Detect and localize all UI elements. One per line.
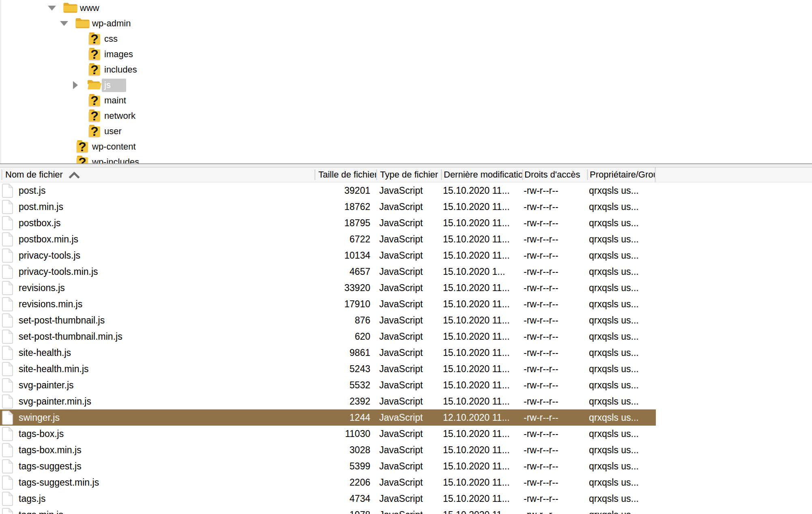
file-type: JavaScript — [376, 445, 441, 456]
column-header-permissions[interactable]: Droits d'accès — [522, 167, 587, 182]
file-permissions: -rw-r--r-- — [522, 331, 587, 342]
folder-unknown-icon: ? — [77, 157, 88, 164]
document-icon — [2, 264, 14, 279]
file-permissions: -rw-r--r-- — [522, 445, 587, 456]
file-name: postbox.min.js — [19, 234, 78, 245]
file-row[interactable]: site-health.min.js 5243 JavaScript 15.10… — [0, 361, 656, 377]
file-modified: 15.10.2020 11... — [441, 218, 522, 229]
file-owner: qrxqsls us... — [587, 412, 656, 423]
file-owner: qrxqsls us... — [587, 201, 656, 212]
file-row[interactable]: set-post-thumbnail.min.js 620 JavaScript… — [0, 328, 656, 345]
file-row[interactable]: revisions.min.js 17910 JavaScript 15.10.… — [0, 296, 656, 312]
file-row[interactable]: tags.min.js 1978 JavaScript 15.10.2020 1… — [0, 507, 656, 514]
file-row[interactable]: revisions.js 33920 JavaScript 15.10.2020… — [0, 280, 656, 296]
tree-item-www[interactable]: www — [1, 0, 812, 16]
expand-arrow-down-icon[interactable] — [60, 21, 68, 26]
file-name: privacy-tools.min.js — [19, 266, 98, 277]
file-row[interactable]: tags-box.js 11030 JavaScript 15.10.2020 … — [0, 426, 656, 442]
file-row[interactable]: postbox.js 18795 JavaScript 15.10.2020 1… — [0, 215, 656, 231]
file-row[interactable]: tags-suggest.js 5399 JavaScript 15.10.20… — [0, 458, 656, 474]
file-modified: 15.10.2020 11... — [441, 510, 522, 514]
file-modified: 15.10.2020 11... — [441, 396, 522, 407]
file-size: 5532 — [314, 380, 376, 391]
file-row[interactable]: post.min.js 18762 JavaScript 15.10.2020 … — [0, 199, 656, 215]
folder-unknown-icon: ? — [89, 34, 100, 45]
file-permissions: -rw-r--r-- — [522, 493, 587, 504]
file-name-cell: svg-painter.js — [0, 378, 314, 392]
file-modified: 15.10.2020 11... — [441, 283, 522, 293]
file-row[interactable]: post.js 39201 JavaScript 15.10.2020 11..… — [0, 182, 656, 199]
file-owner: qrxqsls us... — [587, 510, 656, 514]
file-row[interactable]: tags-suggest.min.js 2206 JavaScript 15.1… — [0, 474, 656, 490]
column-header-name[interactable]: Nom de fichier — [1, 167, 314, 182]
expander-slot — [71, 108, 87, 124]
tree-item-js[interactable]: js — [1, 77, 812, 93]
file-row[interactable]: privacy-tools.js 10134 JavaScript 15.10.… — [0, 247, 656, 263]
file-size: 1978 — [314, 510, 376, 514]
file-name: post.min.js — [19, 201, 63, 212]
file-permissions: -rw-r--r-- — [522, 364, 587, 375]
tree-item-label: www — [80, 3, 99, 13]
file-transfer-window: wwwwp-admin?css?images?includesjs?maint?… — [0, 0, 812, 514]
folder-closed-icon — [63, 1, 77, 15]
file-type: JavaScript — [376, 283, 441, 293]
file-row[interactable]: svg-painter.js 5532 JavaScript 15.10.202… — [0, 377, 656, 393]
tree-item-includes[interactable]: ?includes — [1, 62, 812, 77]
file-owner: qrxqsls us... — [587, 347, 656, 358]
file-size: 39201 — [314, 185, 376, 196]
column-header-modified[interactable]: Dernière modification — [441, 167, 522, 182]
document-icon — [2, 216, 14, 230]
document-icon — [2, 281, 14, 295]
document-icon — [2, 183, 14, 198]
tree-item-user[interactable]: ?user — [1, 124, 812, 139]
file-type: JavaScript — [376, 412, 441, 423]
file-size: 17910 — [314, 299, 376, 310]
file-owner: qrxqsls us... — [587, 493, 656, 504]
file-size: 1244 — [314, 412, 376, 423]
file-row[interactable]: site-health.js 9861 JavaScript 15.10.202… — [0, 345, 656, 361]
file-permissions: -rw-r--r-- — [522, 234, 587, 245]
column-header-size-label: Taille de fichier — [318, 169, 376, 180]
file-name-cell: post.js — [0, 183, 314, 198]
file-type: JavaScript — [376, 331, 441, 342]
panel-splitter[interactable] — [0, 163, 812, 167]
file-row[interactable]: tags-box.min.js 3028 JavaScript 15.10.20… — [0, 442, 656, 458]
expander-slot — [47, 0, 63, 16]
tree-item-wp-includes[interactable]: ?wp-includes — [1, 154, 812, 163]
tree-item-css[interactable]: ?css — [1, 31, 812, 47]
tree-item-images[interactable]: ?images — [1, 47, 812, 62]
document-icon — [2, 297, 14, 311]
file-permissions: -rw-r--r-- — [522, 347, 587, 358]
file-row[interactable]: postbox.min.js 6722 JavaScript 15.10.202… — [0, 231, 656, 247]
folder-unknown-icon: ? — [89, 49, 100, 60]
document-icon — [2, 232, 14, 246]
file-size: 3028 — [314, 445, 376, 456]
column-header-owner[interactable]: Propriétaire/Groupe — [587, 167, 656, 182]
tree-item-label: wp-content — [92, 141, 136, 152]
expand-arrow-right-icon[interactable] — [73, 81, 78, 89]
file-row[interactable]: tags.js 4734 JavaScript 15.10.2020 11...… — [0, 490, 656, 507]
file-name: svg-painter.min.js — [19, 396, 91, 407]
file-name: swinger.js — [19, 412, 60, 423]
tree-item-label: network — [104, 111, 135, 121]
tree-item-maint[interactable]: ?maint — [1, 93, 812, 108]
file-row[interactable]: svg-painter.min.js 2392 JavaScript 15.10… — [0, 393, 656, 409]
folder-closed-icon — [75, 17, 90, 31]
file-size: 6722 — [314, 234, 376, 245]
column-header-size[interactable]: Taille de fichier — [314, 167, 376, 182]
file-name-cell: revisions.min.js — [0, 297, 314, 311]
document-icon — [2, 345, 14, 360]
tree-item-wp-admin[interactable]: wp-admin — [1, 16, 812, 31]
file-name-cell: site-health.js — [0, 345, 314, 360]
file-row[interactable]: privacy-tools.min.js 4657 JavaScript 15.… — [0, 263, 656, 280]
file-owner: qrxqsls us... — [587, 185, 656, 196]
tree-item-label: images — [104, 49, 133, 60]
tree-item-label: js — [102, 79, 126, 92]
file-owner: qrxqsls us... — [587, 477, 656, 488]
tree-item-wp-content[interactable]: ?wp-content — [1, 139, 812, 154]
expand-arrow-down-icon[interactable] — [48, 6, 56, 11]
file-row[interactable]: set-post-thumbnail.js 876 JavaScript 15.… — [0, 312, 656, 328]
column-header-type[interactable]: Type de fichier — [376, 167, 441, 182]
tree-item-network[interactable]: ?network — [1, 108, 812, 124]
file-row[interactable]: swinger.js 1244 JavaScript 12.10.2020 11… — [0, 409, 656, 426]
